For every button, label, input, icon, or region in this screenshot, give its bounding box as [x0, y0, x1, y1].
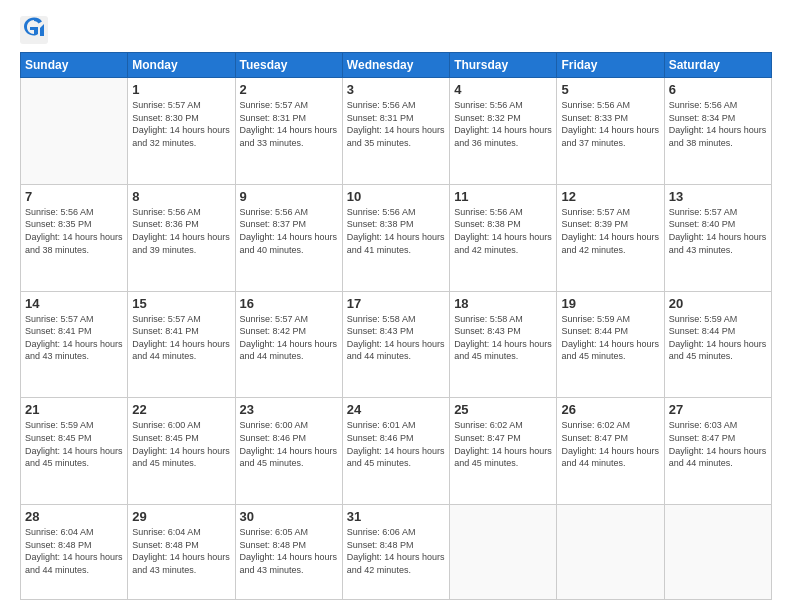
header — [20, 16, 772, 44]
calendar-table: SundayMondayTuesdayWednesdayThursdayFrid… — [20, 52, 772, 600]
day-number: 12 — [561, 189, 659, 204]
day-number: 3 — [347, 82, 445, 97]
day-number: 18 — [454, 296, 552, 311]
weekday-header-thursday: Thursday — [450, 53, 557, 78]
day-number: 6 — [669, 82, 767, 97]
day-number: 31 — [347, 509, 445, 524]
day-info: Sunrise: 6:06 AMSunset: 8:48 PMDaylight:… — [347, 526, 445, 576]
day-number: 2 — [240, 82, 338, 97]
calendar-cell: 17Sunrise: 5:58 AMSunset: 8:43 PMDayligh… — [342, 291, 449, 398]
day-info: Sunrise: 5:56 AMSunset: 8:37 PMDaylight:… — [240, 206, 338, 256]
calendar-cell: 30Sunrise: 6:05 AMSunset: 8:48 PMDayligh… — [235, 505, 342, 600]
day-number: 25 — [454, 402, 552, 417]
day-info: Sunrise: 5:58 AMSunset: 8:43 PMDaylight:… — [454, 313, 552, 363]
day-info: Sunrise: 5:58 AMSunset: 8:43 PMDaylight:… — [347, 313, 445, 363]
day-info: Sunrise: 5:57 AMSunset: 8:31 PMDaylight:… — [240, 99, 338, 149]
day-info: Sunrise: 5:57 AMSunset: 8:41 PMDaylight:… — [132, 313, 230, 363]
calendar-cell: 18Sunrise: 5:58 AMSunset: 8:43 PMDayligh… — [450, 291, 557, 398]
logo — [20, 16, 52, 44]
day-number: 13 — [669, 189, 767, 204]
calendar-cell: 5Sunrise: 5:56 AMSunset: 8:33 PMDaylight… — [557, 78, 664, 185]
weekday-header-friday: Friday — [557, 53, 664, 78]
logo-icon — [20, 16, 48, 44]
day-info: Sunrise: 5:59 AMSunset: 8:45 PMDaylight:… — [25, 419, 123, 469]
calendar-cell: 8Sunrise: 5:56 AMSunset: 8:36 PMDaylight… — [128, 184, 235, 291]
day-info: Sunrise: 5:57 AMSunset: 8:40 PMDaylight:… — [669, 206, 767, 256]
weekday-header-tuesday: Tuesday — [235, 53, 342, 78]
day-number: 14 — [25, 296, 123, 311]
calendar-cell: 11Sunrise: 5:56 AMSunset: 8:38 PMDayligh… — [450, 184, 557, 291]
day-number: 5 — [561, 82, 659, 97]
day-number: 27 — [669, 402, 767, 417]
day-info: Sunrise: 5:56 AMSunset: 8:33 PMDaylight:… — [561, 99, 659, 149]
calendar-cell: 31Sunrise: 6:06 AMSunset: 8:48 PMDayligh… — [342, 505, 449, 600]
calendar-cell: 27Sunrise: 6:03 AMSunset: 8:47 PMDayligh… — [664, 398, 771, 505]
day-info: Sunrise: 5:57 AMSunset: 8:42 PMDaylight:… — [240, 313, 338, 363]
day-number: 1 — [132, 82, 230, 97]
day-number: 20 — [669, 296, 767, 311]
calendar-cell — [557, 505, 664, 600]
calendar-cell: 15Sunrise: 5:57 AMSunset: 8:41 PMDayligh… — [128, 291, 235, 398]
week-row-0: 1Sunrise: 5:57 AMSunset: 8:30 PMDaylight… — [21, 78, 772, 185]
week-row-1: 7Sunrise: 5:56 AMSunset: 8:35 PMDaylight… — [21, 184, 772, 291]
day-number: 17 — [347, 296, 445, 311]
day-number: 21 — [25, 402, 123, 417]
calendar-cell: 22Sunrise: 6:00 AMSunset: 8:45 PMDayligh… — [128, 398, 235, 505]
day-number: 29 — [132, 509, 230, 524]
day-number: 10 — [347, 189, 445, 204]
week-row-2: 14Sunrise: 5:57 AMSunset: 8:41 PMDayligh… — [21, 291, 772, 398]
day-number: 11 — [454, 189, 552, 204]
day-info: Sunrise: 6:03 AMSunset: 8:47 PMDaylight:… — [669, 419, 767, 469]
day-info: Sunrise: 5:56 AMSunset: 8:36 PMDaylight:… — [132, 206, 230, 256]
calendar-cell: 14Sunrise: 5:57 AMSunset: 8:41 PMDayligh… — [21, 291, 128, 398]
weekday-header-row: SundayMondayTuesdayWednesdayThursdayFrid… — [21, 53, 772, 78]
calendar-cell: 23Sunrise: 6:00 AMSunset: 8:46 PMDayligh… — [235, 398, 342, 505]
calendar-cell: 28Sunrise: 6:04 AMSunset: 8:48 PMDayligh… — [21, 505, 128, 600]
day-info: Sunrise: 5:56 AMSunset: 8:35 PMDaylight:… — [25, 206, 123, 256]
weekday-header-monday: Monday — [128, 53, 235, 78]
calendar-cell: 13Sunrise: 5:57 AMSunset: 8:40 PMDayligh… — [664, 184, 771, 291]
day-info: Sunrise: 5:56 AMSunset: 8:38 PMDaylight:… — [347, 206, 445, 256]
calendar-cell: 2Sunrise: 5:57 AMSunset: 8:31 PMDaylight… — [235, 78, 342, 185]
day-info: Sunrise: 5:57 AMSunset: 8:41 PMDaylight:… — [25, 313, 123, 363]
day-number: 24 — [347, 402, 445, 417]
day-number: 8 — [132, 189, 230, 204]
day-info: Sunrise: 5:57 AMSunset: 8:39 PMDaylight:… — [561, 206, 659, 256]
day-info: Sunrise: 5:59 AMSunset: 8:44 PMDaylight:… — [561, 313, 659, 363]
calendar-cell: 19Sunrise: 5:59 AMSunset: 8:44 PMDayligh… — [557, 291, 664, 398]
calendar-cell: 20Sunrise: 5:59 AMSunset: 8:44 PMDayligh… — [664, 291, 771, 398]
calendar-cell: 16Sunrise: 5:57 AMSunset: 8:42 PMDayligh… — [235, 291, 342, 398]
week-row-3: 21Sunrise: 5:59 AMSunset: 8:45 PMDayligh… — [21, 398, 772, 505]
day-number: 26 — [561, 402, 659, 417]
day-info: Sunrise: 5:56 AMSunset: 8:34 PMDaylight:… — [669, 99, 767, 149]
weekday-header-wednesday: Wednesday — [342, 53, 449, 78]
page: SundayMondayTuesdayWednesdayThursdayFrid… — [0, 0, 792, 612]
day-number: 15 — [132, 296, 230, 311]
day-number: 16 — [240, 296, 338, 311]
day-info: Sunrise: 6:05 AMSunset: 8:48 PMDaylight:… — [240, 526, 338, 576]
calendar-cell: 3Sunrise: 5:56 AMSunset: 8:31 PMDaylight… — [342, 78, 449, 185]
week-row-4: 28Sunrise: 6:04 AMSunset: 8:48 PMDayligh… — [21, 505, 772, 600]
calendar-cell: 4Sunrise: 5:56 AMSunset: 8:32 PMDaylight… — [450, 78, 557, 185]
calendar-cell: 29Sunrise: 6:04 AMSunset: 8:48 PMDayligh… — [128, 505, 235, 600]
calendar-cell — [21, 78, 128, 185]
calendar-cell: 24Sunrise: 6:01 AMSunset: 8:46 PMDayligh… — [342, 398, 449, 505]
day-number: 7 — [25, 189, 123, 204]
day-number: 4 — [454, 82, 552, 97]
day-number: 22 — [132, 402, 230, 417]
calendar-cell: 7Sunrise: 5:56 AMSunset: 8:35 PMDaylight… — [21, 184, 128, 291]
calendar-cell: 21Sunrise: 5:59 AMSunset: 8:45 PMDayligh… — [21, 398, 128, 505]
day-info: Sunrise: 5:56 AMSunset: 8:31 PMDaylight:… — [347, 99, 445, 149]
day-info: Sunrise: 6:02 AMSunset: 8:47 PMDaylight:… — [561, 419, 659, 469]
day-number: 9 — [240, 189, 338, 204]
day-info: Sunrise: 6:00 AMSunset: 8:46 PMDaylight:… — [240, 419, 338, 469]
day-info: Sunrise: 6:04 AMSunset: 8:48 PMDaylight:… — [132, 526, 230, 576]
day-info: Sunrise: 6:01 AMSunset: 8:46 PMDaylight:… — [347, 419, 445, 469]
calendar-cell — [450, 505, 557, 600]
calendar-cell: 1Sunrise: 5:57 AMSunset: 8:30 PMDaylight… — [128, 78, 235, 185]
day-info: Sunrise: 5:57 AMSunset: 8:30 PMDaylight:… — [132, 99, 230, 149]
calendar-cell: 10Sunrise: 5:56 AMSunset: 8:38 PMDayligh… — [342, 184, 449, 291]
day-number: 28 — [25, 509, 123, 524]
day-info: Sunrise: 5:56 AMSunset: 8:32 PMDaylight:… — [454, 99, 552, 149]
calendar-cell: 12Sunrise: 5:57 AMSunset: 8:39 PMDayligh… — [557, 184, 664, 291]
